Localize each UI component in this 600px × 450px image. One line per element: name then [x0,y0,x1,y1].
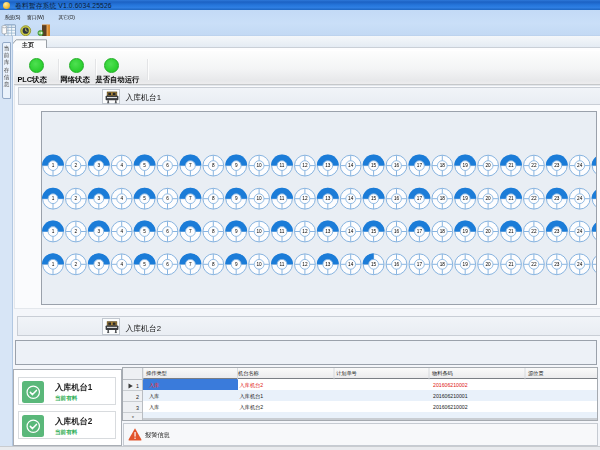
svg-text:9: 9 [234,163,237,168]
svg-text:18: 18 [439,196,445,201]
svg-text:20: 20 [485,196,491,201]
svg-text:15: 15 [370,163,376,168]
svg-text:23: 23 [554,229,560,234]
svg-text:9: 9 [234,196,237,201]
svg-text:11: 11 [279,262,284,267]
svg-text:3: 3 [97,229,100,234]
svg-text:15: 15 [370,196,376,201]
svg-text:11: 11 [279,163,284,168]
svg-text:2: 2 [74,262,77,267]
svg-text:24: 24 [577,196,583,201]
svg-text:1: 1 [51,229,54,234]
svg-text:5: 5 [143,196,146,201]
svg-text:17: 17 [416,163,422,168]
svg-text:3: 3 [97,163,100,168]
svg-text:5: 5 [143,229,146,234]
svg-text:4: 4 [120,196,123,201]
svg-text:2: 2 [74,229,77,234]
svg-text:12: 12 [302,262,308,267]
svg-text:4: 4 [120,229,123,234]
svg-text:24: 24 [577,229,583,234]
svg-text:18: 18 [439,163,445,168]
svg-text:6: 6 [166,229,169,234]
svg-text:1: 1 [51,196,54,201]
svg-text:11: 11 [279,196,284,201]
svg-text:8: 8 [211,229,214,234]
svg-text:8: 8 [211,262,214,267]
svg-text:22: 22 [531,229,537,234]
svg-text:19: 19 [462,196,468,201]
svg-text:7: 7 [189,163,192,168]
svg-text:12: 12 [302,163,308,168]
svg-text:17: 17 [416,229,422,234]
svg-text:18: 18 [439,262,445,267]
svg-text:2: 2 [74,163,77,168]
svg-text:6: 6 [166,163,169,168]
svg-text:11: 11 [279,229,284,234]
svg-text:6: 6 [166,262,169,267]
svg-text:13: 13 [325,229,331,234]
svg-text:13: 13 [325,196,331,201]
svg-text:4: 4 [120,262,123,267]
svg-text:22: 22 [531,196,537,201]
svg-text:23: 23 [554,196,560,201]
svg-text:22: 22 [531,163,537,168]
svg-text:15: 15 [370,229,376,234]
svg-text:8: 8 [211,196,214,201]
svg-text:19: 19 [462,163,468,168]
svg-text:3: 3 [97,196,100,201]
svg-text:20: 20 [485,229,491,234]
svg-text:3: 3 [97,262,100,267]
svg-text:1: 1 [51,163,54,168]
svg-text:9: 9 [234,262,237,267]
svg-text:13: 13 [325,262,331,267]
svg-text:22: 22 [531,262,537,267]
svg-text:19: 19 [462,262,468,267]
svg-text:13: 13 [325,163,331,168]
svg-text:23: 23 [554,262,560,267]
svg-text:7: 7 [189,229,192,234]
svg-text:16: 16 [393,196,399,201]
svg-text:14: 14 [348,196,354,201]
svg-text:16: 16 [393,262,399,267]
svg-text:21: 21 [508,163,514,168]
svg-text:20: 20 [485,163,491,168]
svg-text:14: 14 [348,163,354,168]
svg-text:4: 4 [120,163,123,168]
svg-text:16: 16 [393,163,399,168]
svg-text:16: 16 [393,229,399,234]
svg-text:20: 20 [485,262,491,267]
svg-text:7: 7 [189,196,192,201]
svg-text:5: 5 [143,262,146,267]
svg-text:7: 7 [189,262,192,267]
svg-text:19: 19 [462,229,468,234]
svg-text:2: 2 [74,196,77,201]
svg-text:24: 24 [577,163,583,168]
svg-text:10: 10 [256,163,262,168]
svg-text:5: 5 [143,163,146,168]
svg-text:8: 8 [211,163,214,168]
svg-text:12: 12 [302,196,308,201]
svg-text:24: 24 [577,262,583,267]
svg-text:1: 1 [51,262,54,267]
svg-text:6: 6 [166,196,169,201]
svg-text:10: 10 [256,196,262,201]
svg-text:17: 17 [416,196,422,201]
svg-text:10: 10 [256,229,262,234]
svg-text:23: 23 [554,163,560,168]
svg-text:14: 14 [348,262,354,267]
svg-text:10: 10 [256,262,262,267]
svg-text:17: 17 [416,262,422,267]
svg-text:21: 21 [508,229,514,234]
svg-text:14: 14 [348,229,354,234]
svg-text:15: 15 [370,262,376,267]
svg-text:18: 18 [439,229,445,234]
svg-text:12: 12 [302,229,308,234]
svg-text:9: 9 [234,229,237,234]
svg-text:21: 21 [508,262,514,267]
svg-text:21: 21 [508,196,514,201]
